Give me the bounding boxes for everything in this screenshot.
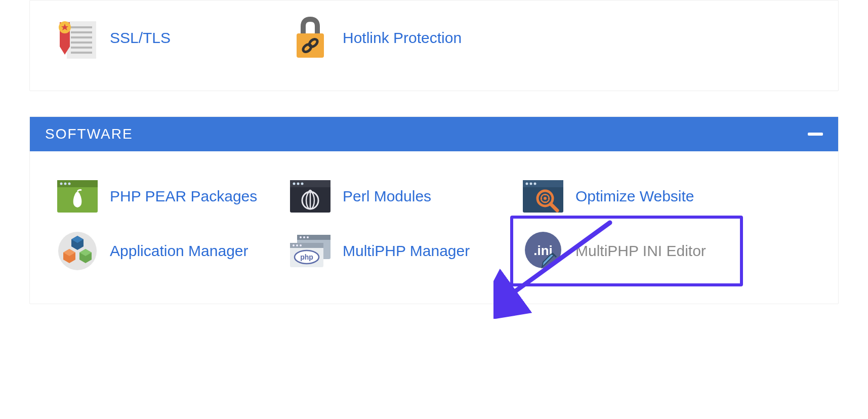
svg-point-13 — [60, 183, 63, 185]
application-boxes-icon — [55, 233, 100, 269]
svg-point-31 — [544, 197, 547, 200]
application-manager-label: Application Manager — [110, 242, 249, 260]
multiphp-manager-label: MultiPHP Manager — [343, 242, 470, 260]
optimize-website-label: Optimize Website — [575, 188, 694, 205]
php-pear-packages-label: PHP PEAR Packages — [110, 188, 257, 205]
svg-rect-44 — [290, 243, 323, 248]
ssl-tls-label: SSL/TLS — [110, 29, 171, 47]
hotlink-protection-label: Hotlink Protection — [343, 29, 462, 47]
hotlink-protection-link[interactable]: Hotlink Protection — [288, 11, 521, 65]
svg-rect-12 — [57, 180, 98, 187]
svg-rect-3 — [71, 36, 92, 38]
php-pear-packages-link[interactable]: PHP PEAR Packages — [55, 169, 288, 224]
svg-rect-25 — [523, 180, 563, 187]
perl-onion-icon — [288, 178, 333, 215]
svg-rect-39 — [297, 235, 330, 240]
svg-point-20 — [301, 183, 304, 185]
ssl-tls-link[interactable]: SSL/TLS — [55, 11, 288, 65]
perl-modules-label: Perl Modules — [343, 188, 431, 205]
svg-point-47 — [300, 244, 302, 246]
security-panel: SSL/TLS Hotlink Protection — [29, 0, 839, 91]
svg-point-18 — [293, 183, 296, 185]
svg-rect-2 — [71, 31, 92, 33]
svg-rect-17 — [290, 180, 330, 187]
svg-rect-5 — [71, 47, 92, 49]
svg-point-19 — [297, 183, 300, 185]
software-panel: SOFTWARE PHP PEAR Packages — [29, 116, 839, 304]
hotlink-lock-icon — [288, 20, 333, 56]
multiphp-ini-editor-link[interactable]: .ini MultiPHP INI Editor — [510, 216, 743, 286]
svg-point-41 — [303, 236, 305, 238]
pear-window-icon — [55, 178, 100, 215]
svg-text:php: php — [300, 253, 313, 261]
multiphp-ini-editor-label: MultiPHP INI Editor — [575, 242, 706, 260]
svg-rect-4 — [71, 41, 92, 44]
svg-point-42 — [307, 236, 309, 238]
svg-rect-6 — [71, 52, 92, 54]
svg-point-14 — [64, 183, 67, 185]
svg-rect-1 — [71, 26, 92, 28]
optimize-magnify-icon — [521, 178, 565, 215]
multiphp-windows-icon: php — [288, 233, 333, 269]
multiphp-manager-link[interactable]: php MultiPHP Manager — [288, 224, 521, 278]
svg-point-27 — [530, 183, 532, 185]
collapse-icon — [808, 133, 823, 136]
application-manager-link[interactable]: Application Manager — [55, 224, 288, 278]
svg-point-26 — [526, 183, 528, 185]
software-panel-header[interactable]: SOFTWARE — [30, 117, 838, 151]
ssl-certificate-icon — [55, 20, 100, 56]
svg-point-28 — [534, 183, 536, 185]
security-items-grid: SSL/TLS Hotlink Protection — [30, 1, 838, 75]
svg-point-40 — [300, 236, 302, 238]
svg-point-45 — [293, 244, 295, 246]
ini-edit-icon: .ini — [521, 233, 565, 269]
svg-point-46 — [296, 244, 298, 246]
software-items-grid: PHP PEAR Packages Perl Modules — [30, 151, 838, 304]
software-panel-title: SOFTWARE — [45, 126, 133, 142]
svg-point-15 — [68, 183, 71, 185]
perl-modules-link[interactable]: Perl Modules — [288, 169, 521, 224]
